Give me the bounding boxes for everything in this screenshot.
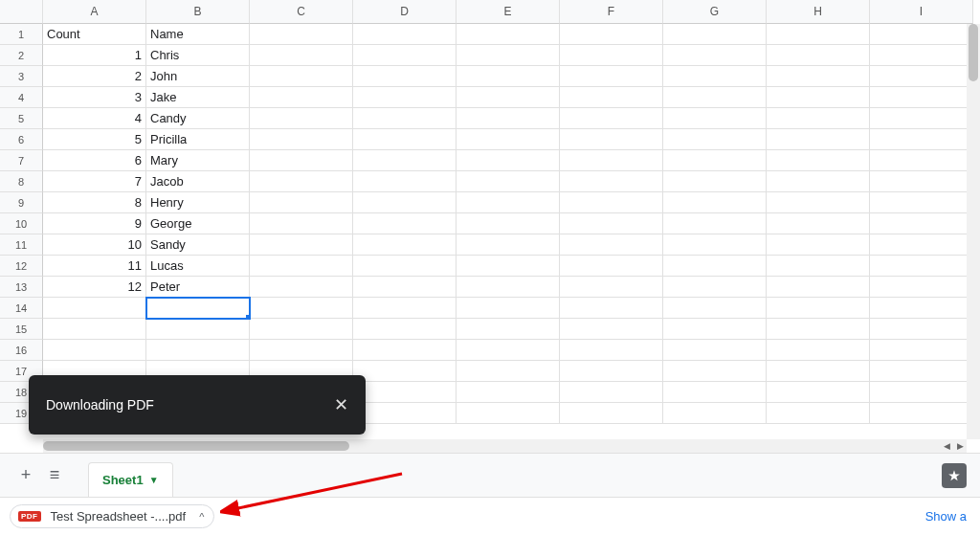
cell-I5[interactable]	[870, 108, 973, 129]
cell-E17[interactable]	[457, 361, 560, 382]
cell-F13[interactable]	[560, 277, 663, 298]
cell-B6[interactable]: Pricilla	[146, 129, 250, 150]
cell-H7[interactable]	[767, 150, 870, 171]
cell-H5[interactable]	[767, 108, 870, 129]
cell-E4[interactable]	[457, 87, 560, 108]
cell-E15[interactable]	[457, 319, 560, 340]
cell-F3[interactable]	[560, 66, 663, 87]
cell-C6[interactable]	[250, 129, 353, 150]
cell-C12[interactable]	[250, 256, 353, 277]
cell-A10[interactable]: 9	[43, 213, 146, 234]
cell-F14[interactable]	[560, 298, 663, 319]
row-header-14[interactable]: 14	[0, 298, 43, 319]
cell-C4[interactable]	[250, 87, 353, 108]
cell-D15[interactable]	[353, 319, 457, 340]
column-header-F[interactable]: F	[560, 0, 663, 24]
cell-I16[interactable]	[870, 340, 973, 361]
cell-C1[interactable]	[250, 24, 353, 45]
cell-G6[interactable]	[663, 129, 767, 150]
column-header-D[interactable]: D	[353, 0, 457, 24]
cell-C7[interactable]	[250, 150, 353, 171]
toast-close-button[interactable]: ✕	[334, 394, 348, 415]
cell-A8[interactable]: 7	[43, 171, 146, 192]
explore-button[interactable]	[942, 463, 967, 488]
download-item[interactable]: PDF Test Spreadsheet -....pdf ^	[10, 504, 214, 528]
cell-G8[interactable]	[663, 171, 767, 192]
download-menu-chevron[interactable]: ^	[199, 511, 204, 523]
cell-F6[interactable]	[560, 129, 663, 150]
cell-E7[interactable]	[457, 150, 560, 171]
cell-F12[interactable]	[560, 256, 663, 277]
cell-A3[interactable]: 2	[43, 66, 146, 87]
cell-A2[interactable]: 1	[43, 45, 146, 66]
row-header-7[interactable]: 7	[0, 150, 43, 171]
cell-A12[interactable]: 11	[43, 256, 146, 277]
cell-D18[interactable]	[353, 382, 457, 403]
cell-F8[interactable]	[560, 171, 663, 192]
cell-F17[interactable]	[560, 361, 663, 382]
cell-B11[interactable]: Sandy	[146, 234, 250, 256]
cell-E18[interactable]	[457, 382, 560, 403]
cell-H3[interactable]	[767, 66, 870, 87]
cell-H1[interactable]	[767, 24, 870, 45]
cell-G19[interactable]	[663, 403, 767, 424]
cell-B3[interactable]: John	[146, 66, 250, 87]
column-header-G[interactable]: G	[663, 0, 767, 24]
cell-D17[interactable]	[353, 361, 457, 382]
row-header-12[interactable]: 12	[0, 256, 43, 277]
cell-G7[interactable]	[663, 150, 767, 171]
cell-B8[interactable]: Jacob	[146, 171, 250, 192]
cell-G17[interactable]	[663, 361, 767, 382]
cell-B1[interactable]: Name	[146, 24, 250, 45]
all-sheets-button[interactable]: ≡	[40, 461, 69, 490]
cell-I12[interactable]	[870, 256, 973, 277]
row-header-8[interactable]: 8	[0, 171, 43, 192]
cell-I11[interactable]	[870, 234, 973, 256]
cell-A4[interactable]: 3	[43, 87, 146, 108]
horizontal-scrollbar[interactable]: ◀ ▶	[43, 439, 967, 453]
column-header-C[interactable]: C	[250, 0, 353, 24]
cell-G9[interactable]	[663, 192, 767, 213]
cell-E19[interactable]	[457, 403, 560, 424]
row-header-3[interactable]: 3	[0, 66, 43, 87]
column-header-E[interactable]: E	[457, 0, 560, 24]
cell-D12[interactable]	[353, 256, 457, 277]
cell-H8[interactable]	[767, 171, 870, 192]
cell-F10[interactable]	[560, 213, 663, 234]
column-header-A[interactable]: A	[43, 0, 146, 24]
cell-H14[interactable]	[767, 298, 870, 319]
cell-G10[interactable]	[663, 213, 767, 234]
show-all-downloads-link[interactable]: Show a	[925, 509, 970, 524]
cell-B14[interactable]	[146, 298, 250, 319]
cell-H10[interactable]	[767, 213, 870, 234]
cell-F15[interactable]	[560, 319, 663, 340]
cell-D13[interactable]	[353, 277, 457, 298]
row-header-11[interactable]: 11	[0, 234, 43, 256]
cell-I7[interactable]	[870, 150, 973, 171]
cell-G15[interactable]	[663, 319, 767, 340]
row-header-16[interactable]: 16	[0, 340, 43, 361]
scroll-left-button[interactable]: ◀	[940, 439, 953, 453]
sheet-tab-menu-icon[interactable]: ▼	[149, 475, 159, 485]
cell-H16[interactable]	[767, 340, 870, 361]
cell-C2[interactable]	[250, 45, 353, 66]
cell-H6[interactable]	[767, 129, 870, 150]
cell-B7[interactable]: Mary	[146, 150, 250, 171]
cell-B10[interactable]: George	[146, 213, 250, 234]
row-header-15[interactable]: 15	[0, 319, 43, 340]
column-header-I[interactable]: I	[870, 0, 973, 24]
cell-I18[interactable]	[870, 382, 973, 403]
cell-D5[interactable]	[353, 108, 457, 129]
cell-A7[interactable]: 6	[43, 150, 146, 171]
cell-A9[interactable]: 8	[43, 192, 146, 213]
cell-D6[interactable]	[353, 129, 457, 150]
cell-E13[interactable]	[457, 277, 560, 298]
cell-C16[interactable]	[250, 340, 353, 361]
cell-H18[interactable]	[767, 382, 870, 403]
scroll-right-button[interactable]: ▶	[953, 439, 967, 453]
cell-E3[interactable]	[457, 66, 560, 87]
cell-B12[interactable]: Lucas	[146, 256, 250, 277]
cell-D14[interactable]	[353, 298, 457, 319]
cell-G13[interactable]	[663, 277, 767, 298]
cell-I4[interactable]	[870, 87, 973, 108]
